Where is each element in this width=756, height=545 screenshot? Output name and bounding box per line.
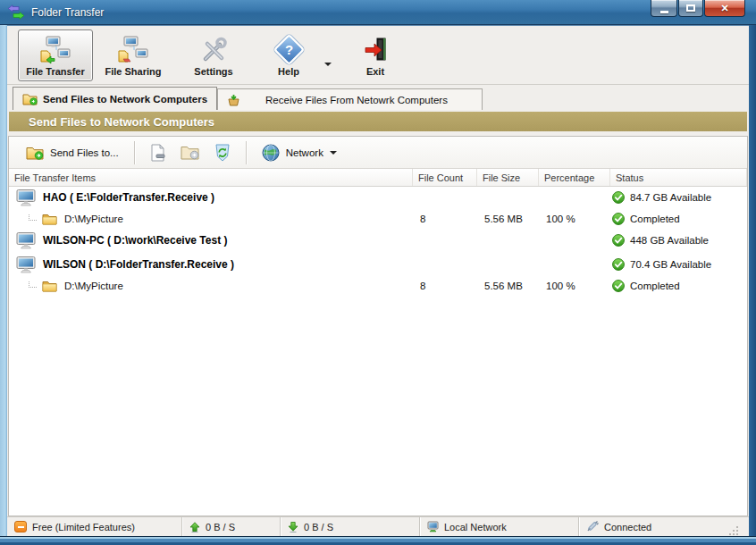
- toolbar-separator: [246, 141, 247, 164]
- section-header-bar: Send Files to Network Computers: [9, 112, 747, 131]
- toolbar-label: File Transfer: [26, 66, 84, 77]
- table-row-computer[interactable]: WILSON ( D:\FolderTransfer.Receive ) 70.…: [9, 254, 747, 275]
- toolbar-separator: [134, 141, 135, 164]
- folder-go-icon: [181, 145, 200, 160]
- app-transfer-icon: [7, 4, 25, 20]
- status-text: 448 GB Available: [630, 235, 709, 246]
- resize-grip[interactable]: [728, 525, 739, 536]
- computer-icon: [16, 232, 36, 249]
- folder-path: D:\MyPicture: [61, 281, 123, 291]
- maximize-icon: [686, 4, 695, 12]
- file-size-cell: 5.56 MB: [477, 214, 539, 224]
- status-text: Completed: [630, 281, 680, 291]
- toolbar-settings-button[interactable]: Settings: [179, 29, 248, 81]
- column-header-status[interactable]: Status: [610, 169, 747, 186]
- minimize-button[interactable]: [651, 0, 677, 17]
- toolbar-label: Settings: [194, 66, 232, 77]
- download-speed-text: 0 B / S: [304, 522, 333, 532]
- license-text: Free (Limited Features): [32, 522, 135, 532]
- send-folder-icon: [26, 146, 44, 160]
- tree-line: [29, 281, 37, 288]
- table-row-folder[interactable]: D:\MyPicture 8 5.56 MB 100 % Completed: [9, 275, 747, 297]
- toolbar-label: File Sharing: [105, 66, 162, 77]
- computer-name: WILSON-PC ( D:\work\Receive Test ): [43, 234, 227, 247]
- table-row-folder[interactable]: D:\MyPicture 8 5.56 MB 100 % Completed: [9, 208, 747, 230]
- connection-text: Connected: [604, 522, 651, 532]
- green-check-icon: [612, 191, 625, 204]
- upload-arrow-icon: [189, 522, 200, 532]
- tab-label: Send Files to Network Computers: [43, 94, 207, 105]
- network-globe-icon: [262, 144, 280, 162]
- file-transfer-icon: [39, 35, 71, 65]
- status-text: 84.7 GB Available: [630, 192, 711, 203]
- computer-icon: [16, 189, 36, 206]
- column-header-file-count[interactable]: File Count: [413, 169, 477, 186]
- send-files-to-button[interactable]: Send Files to...: [18, 141, 127, 164]
- percentage-cell: 100 %: [539, 281, 610, 291]
- upload-speed-panel: 0 B / S: [182, 517, 281, 536]
- green-check-icon: [612, 258, 625, 271]
- tab-label: Receive Files From Netowrk Computers: [246, 95, 473, 105]
- title-bar: Folder Transfer ✕: [0, 0, 756, 25]
- close-button[interactable]: ✕: [704, 0, 745, 17]
- window-frame: File Transfer File Sharing: [0, 25, 756, 545]
- percentage-cell: 100 %: [539, 214, 610, 224]
- chevron-down-icon: [324, 63, 332, 66]
- chevron-down-icon: [330, 151, 337, 155]
- send-files-to-label: Send Files to...: [50, 147, 119, 158]
- minimize-icon: [660, 11, 668, 13]
- folder-path: D:\MyPicture: [61, 214, 123, 224]
- toolbar-exit-button[interactable]: Exit: [349, 29, 402, 81]
- toolbar-file-sharing-button[interactable]: File Sharing: [95, 29, 172, 81]
- toolbar-label: Help: [278, 66, 299, 77]
- open-folder-button[interactable]: [177, 141, 204, 164]
- tree-line: [29, 214, 37, 221]
- column-header-percentage[interactable]: Percentage: [539, 169, 610, 186]
- remove-file-icon: [149, 144, 167, 162]
- transfer-list: HAO ( E:\FolderTransfer.Receive ) 84.7 G…: [9, 187, 747, 516]
- table-row-computer[interactable]: HAO ( E:\FolderTransfer.Receive ) 84.7 G…: [9, 187, 747, 208]
- tab-receive-files[interactable]: Receive Files From Netowrk Computers: [217, 88, 483, 110]
- file-count-cell: 8: [413, 281, 477, 291]
- tab-bar: Send Files to Network Computers Receive …: [7, 85, 749, 110]
- computer-name: HAO ( E:\FolderTransfer.Receive ): [43, 191, 214, 204]
- settings-tools-icon: [199, 35, 228, 65]
- local-network-icon: [427, 521, 439, 532]
- connection-status-panel: Connected: [579, 517, 749, 536]
- window-title: Folder Transfer: [31, 6, 104, 19]
- network-dropdown-button[interactable]: Network: [254, 139, 345, 166]
- tab-send-files[interactable]: Send Files to Network Computers: [13, 87, 217, 110]
- toolbar-help-button[interactable]: ? Help: [259, 29, 318, 81]
- green-check-icon: [612, 213, 625, 225]
- file-count-cell: 8: [413, 214, 477, 224]
- help-dropdown-arrow[interactable]: [322, 51, 334, 72]
- license-badge-icon: [14, 521, 27, 532]
- status-text: Completed: [630, 214, 680, 224]
- main-toolbar: File Transfer File Sharing: [7, 26, 749, 85]
- maximize-button[interactable]: [678, 0, 703, 17]
- window-controls: ✕: [650, 0, 745, 17]
- license-status-panel: Free (Limited Features): [7, 517, 182, 536]
- content-panel: Send Files to...: [8, 136, 748, 516]
- network-text: Local Network: [444, 522, 507, 532]
- toolbar-label: Exit: [366, 66, 384, 77]
- status-bar: Free (Limited Features) 0 B / S 0 B / S: [7, 516, 749, 536]
- column-header-file-size[interactable]: File Size: [477, 169, 539, 186]
- help-question-icon: ?: [278, 35, 300, 65]
- column-header-items[interactable]: File Transfer Items: [9, 169, 413, 186]
- table-row-computer[interactable]: WILSON-PC ( D:\work\Receive Test ) 448 G…: [9, 230, 747, 251]
- send-folder-icon: [22, 93, 38, 105]
- refresh-button[interactable]: [209, 141, 236, 164]
- download-speed-panel: 0 B / S: [281, 517, 420, 536]
- folder-icon: [42, 281, 57, 292]
- toolbar-file-transfer-button[interactable]: File Transfer: [18, 29, 93, 81]
- plug-icon: [586, 521, 599, 532]
- remove-file-button[interactable]: [145, 141, 172, 164]
- close-icon: ✕: [720, 3, 728, 14]
- upload-speed-text: 0 B / S: [206, 522, 235, 532]
- folder-icon: [42, 214, 57, 225]
- section-header-title: Send Files to Network Computers: [9, 115, 214, 129]
- status-text: 70.4 GB Available: [630, 259, 711, 270]
- file-sharing-icon: [117, 35, 149, 65]
- network-status-panel: Local Network: [420, 517, 579, 536]
